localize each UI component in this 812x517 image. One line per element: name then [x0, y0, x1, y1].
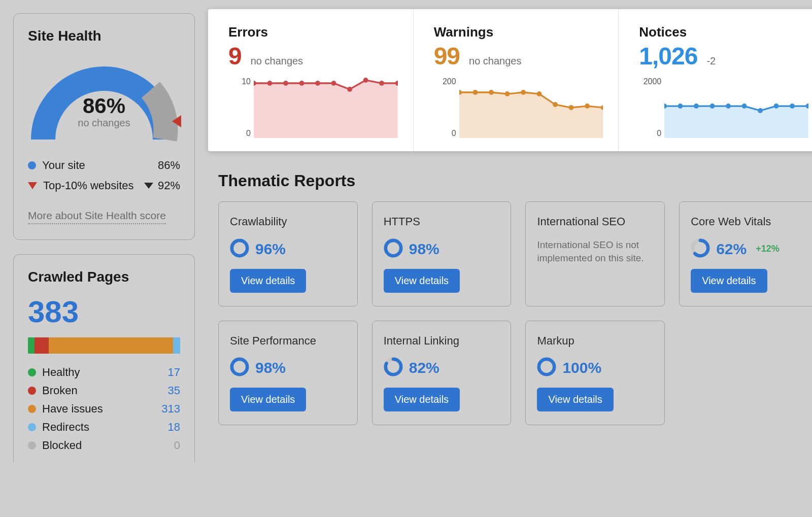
warnings-title: Warnings: [434, 24, 603, 40]
thematic-card-title: Markup: [537, 333, 653, 349]
site-health-percent: 86%: [28, 94, 180, 118]
svg-point-14: [521, 90, 526, 95]
dot-icon: [28, 368, 36, 376]
svg-point-26: [758, 108, 763, 113]
dot-icon: [28, 387, 36, 395]
crawled-pages-total: 383: [28, 294, 180, 329]
crawled-row[interactable]: Blocked0: [28, 439, 180, 452]
thematic-metric: 96%: [230, 238, 346, 260]
svg-point-8: [379, 81, 384, 86]
svg-point-2: [283, 81, 288, 86]
progress-ring-icon: [230, 357, 249, 378]
svg-point-31: [232, 240, 247, 255]
crawled-pages-bar: [28, 337, 180, 354]
crawled-row[interactable]: Redirects18: [28, 421, 180, 434]
svg-point-12: [489, 90, 494, 95]
errors-sparkline: 100: [228, 77, 398, 138]
progress-ring-icon: [384, 357, 403, 378]
svg-point-41: [539, 359, 554, 374]
svg-point-4: [315, 81, 320, 86]
benchmark-marker-icon: [172, 115, 181, 127]
legend-top10-dropdown[interactable]: Top-10% websites 92%: [28, 179, 180, 192]
svg-point-22: [694, 104, 699, 109]
thematic-card: Site Performance98%View details: [218, 321, 358, 426]
legend-your-site: Your site 86%: [28, 159, 180, 172]
svg-point-37: [232, 359, 247, 374]
progress-ring-icon: [537, 357, 556, 378]
progress-ring-icon: [230, 238, 249, 260]
view-details-button[interactable]: View details: [384, 388, 460, 411]
thematic-card-title: Core Web Vitals: [691, 214, 807, 229]
thematic-card: Internal Linking82%View details: [372, 321, 512, 426]
svg-point-27: [774, 104, 779, 109]
notices-delta: -2: [706, 55, 716, 67]
thematic-card: HTTPS98%View details: [372, 201, 512, 306]
svg-point-25: [742, 104, 747, 109]
view-details-button[interactable]: View details: [230, 388, 306, 411]
caret-down-icon: [28, 182, 37, 189]
dot-icon: [28, 405, 36, 413]
site-health-sublabel: no changes: [28, 117, 180, 129]
crawled-row[interactable]: Have issues313: [28, 402, 180, 416]
dot-icon: [28, 441, 36, 450]
site-health-card: Site Health 86% no changes Your site 86%: [13, 13, 195, 240]
dot-icon: [28, 161, 36, 169]
thematic-card-title: Internal Linking: [384, 333, 500, 349]
chevron-down-icon: [144, 183, 153, 189]
svg-point-5: [331, 81, 336, 86]
thematic-card-msg: International SEO is not implemented on …: [537, 238, 653, 265]
errors-title: Errors: [228, 24, 398, 40]
view-details-button[interactable]: View details: [384, 269, 460, 293]
thematic-reports-title: Thematic Reports: [218, 171, 812, 190]
svg-point-17: [568, 105, 573, 110]
thematic-card: Markup100%View details: [525, 321, 665, 426]
dot-icon: [28, 423, 36, 431]
svg-point-3: [299, 81, 304, 86]
svg-point-6: [347, 87, 352, 92]
svg-point-16: [553, 102, 558, 107]
issues-panel: Errors 9 no changes 100 Warnings 99 no c…: [208, 9, 812, 151]
warnings-card[interactable]: Warnings 99 no changes 2000: [414, 9, 619, 151]
warnings-sparkline: 2000: [434, 77, 603, 138]
thematic-card: Core Web Vitals62%+12%View details: [679, 201, 812, 306]
crawled-row[interactable]: Broken35: [28, 384, 180, 397]
thematic-metric: 100%: [537, 357, 653, 378]
thematic-metric: 98%: [384, 238, 500, 260]
svg-point-23: [710, 104, 715, 109]
thematic-card: Crawlability96%View details: [218, 201, 358, 306]
notices-value: 1,026: [639, 42, 697, 70]
progress-ring-icon: [691, 238, 710, 260]
view-details-button[interactable]: View details: [537, 388, 613, 411]
thematic-reports-section: Thematic Reports Crawlability96%View det…: [208, 151, 812, 425]
more-about-site-health-link[interactable]: More about Site Health score: [28, 210, 166, 224]
thematic-metric: 62%+12%: [691, 238, 807, 260]
svg-point-1: [267, 81, 273, 86]
notices-title: Notices: [639, 24, 808, 40]
svg-point-11: [472, 90, 478, 95]
crawled-pages-card: Crawled Pages 383 Healthy17Broken35Have …: [13, 254, 195, 462]
site-health-gauge: 86% no changes: [28, 53, 180, 150]
thematic-card-title: Crawlability: [230, 214, 346, 229]
crawled-row[interactable]: Healthy17: [28, 366, 180, 379]
crawled-pages-title: Crawled Pages: [28, 269, 180, 285]
thematic-card: International SEOInternational SEO is no…: [525, 201, 665, 306]
view-details-button[interactable]: View details: [230, 269, 306, 293]
errors-delta: no changes: [251, 55, 303, 67]
warnings-value: 99: [434, 42, 460, 70]
thematic-card-title: Site Performance: [230, 333, 346, 349]
svg-point-24: [726, 104, 731, 109]
progress-ring-icon: [384, 238, 403, 260]
svg-point-18: [585, 104, 590, 109]
view-details-button[interactable]: View details: [691, 269, 767, 293]
warnings-delta: no changes: [469, 55, 521, 67]
thematic-card-title: International SEO: [537, 214, 653, 229]
svg-point-21: [678, 104, 683, 109]
site-health-title: Site Health: [28, 28, 180, 44]
notices-sparkline: 20000: [639, 77, 808, 138]
svg-point-28: [790, 104, 795, 109]
svg-point-33: [386, 240, 401, 255]
errors-card[interactable]: Errors 9 no changes 100: [208, 9, 414, 151]
notices-card[interactable]: Notices 1,026 -2 20000: [619, 9, 812, 151]
thematic-metric: 82%: [384, 357, 500, 378]
thematic-card-title: HTTPS: [384, 214, 500, 229]
